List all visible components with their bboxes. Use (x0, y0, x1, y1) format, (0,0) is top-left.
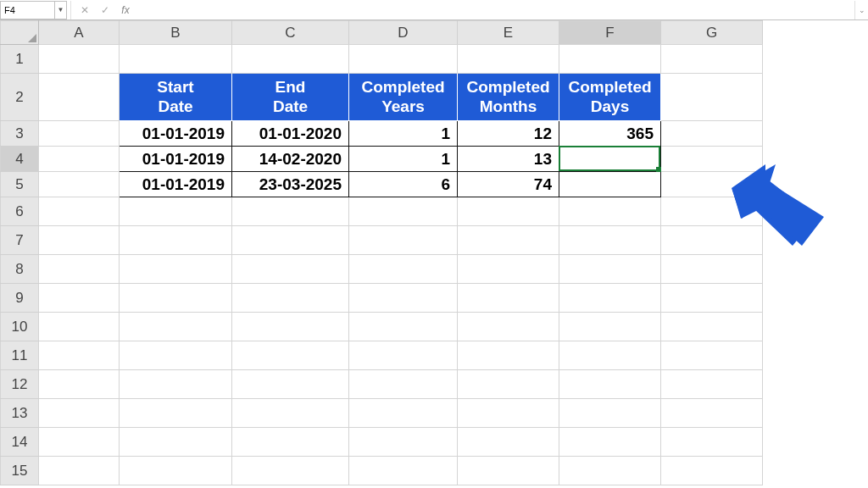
row-header[interactable]: 14 (1, 428, 39, 457)
cell[interactable] (559, 197, 661, 226)
cell[interactable] (661, 399, 763, 428)
cell[interactable] (39, 147, 120, 172)
cell[interactable] (232, 197, 349, 226)
cell[interactable] (349, 457, 458, 485)
cell[interactable] (120, 370, 232, 399)
cell[interactable]: 01-01-2019 (120, 147, 232, 172)
row-header[interactable]: 15 (1, 457, 39, 485)
cell[interactable] (458, 45, 559, 74)
cell[interactable] (39, 399, 120, 428)
col-header[interactable]: F (559, 21, 661, 45)
cell[interactable] (458, 284, 559, 313)
cell[interactable] (349, 284, 458, 313)
cell[interactable] (559, 45, 661, 74)
cell[interactable] (458, 226, 559, 255)
cell[interactable]: 14-02-2020 (232, 147, 349, 172)
cell[interactable]: 13 (458, 147, 559, 172)
row-header[interactable]: 5 (1, 172, 39, 197)
cell[interactable] (39, 197, 120, 226)
cell[interactable] (559, 255, 661, 284)
cell[interactable] (458, 313, 559, 341)
col-header[interactable]: A (39, 21, 120, 45)
cell[interactable] (458, 255, 559, 284)
row-header[interactable]: 7 (1, 226, 39, 255)
header-completed-days[interactable]: Completed Days (559, 74, 661, 121)
cell[interactable] (39, 284, 120, 313)
cell[interactable] (458, 341, 559, 370)
cell[interactable] (559, 457, 661, 485)
col-header[interactable]: C (232, 21, 349, 45)
insert-function-button[interactable]: fx (115, 1, 136, 19)
cell[interactable] (349, 226, 458, 255)
cell[interactable] (458, 399, 559, 428)
formula-input[interactable] (136, 1, 854, 19)
row-header[interactable]: 4 (1, 147, 39, 172)
cell[interactable] (661, 341, 763, 370)
cell[interactable] (559, 313, 661, 341)
cell[interactable] (661, 226, 763, 255)
header-completed-months[interactable]: Completed Months (458, 74, 559, 121)
row-header[interactable]: 1 (1, 45, 39, 74)
cell[interactable] (458, 370, 559, 399)
row-header[interactable]: 3 (1, 121, 39, 147)
cell[interactable] (232, 255, 349, 284)
col-header[interactable]: E (458, 21, 559, 45)
cell[interactable] (120, 341, 232, 370)
cell[interactable] (661, 197, 763, 226)
cell[interactable] (559, 226, 661, 255)
cell[interactable] (232, 284, 349, 313)
expand-formula-bar[interactable]: ⌄ (854, 1, 868, 19)
col-header[interactable]: G (661, 21, 763, 45)
cell[interactable] (39, 255, 120, 284)
col-header[interactable]: B (120, 21, 232, 45)
cell[interactable] (661, 370, 763, 399)
row-header[interactable]: 2 (1, 74, 39, 121)
cell[interactable] (120, 226, 232, 255)
cell[interactable]: 6 (349, 172, 458, 197)
cell[interactable] (661, 428, 763, 457)
cell[interactable] (661, 172, 763, 197)
cell[interactable] (349, 255, 458, 284)
cell[interactable] (232, 45, 349, 74)
cell[interactable] (458, 428, 559, 457)
cell[interactable] (39, 74, 120, 121)
cell[interactable] (661, 255, 763, 284)
cell[interactable] (120, 45, 232, 74)
cell[interactable] (559, 284, 661, 313)
cell[interactable] (661, 45, 763, 74)
cell[interactable]: 74 (458, 172, 559, 197)
cell[interactable] (349, 197, 458, 226)
row-header[interactable]: 12 (1, 370, 39, 399)
cell[interactable]: 01-01-2019 (120, 121, 232, 147)
cell[interactable] (39, 428, 120, 457)
cell[interactable] (39, 341, 120, 370)
cancel-formula-button[interactable]: ✕ (75, 1, 95, 19)
cell[interactable]: 01-01-2019 (120, 172, 232, 197)
cell-F4[interactable] (559, 147, 661, 172)
col-header[interactable]: D (349, 21, 458, 45)
cell[interactable] (120, 399, 232, 428)
cell[interactable] (349, 313, 458, 341)
row-header[interactable]: 9 (1, 284, 39, 313)
cell[interactable] (120, 313, 232, 341)
cell[interactable] (559, 399, 661, 428)
cell[interactable]: 01-01-2020 (232, 121, 349, 147)
name-box[interactable]: F4 (0, 1, 55, 19)
cell[interactable] (232, 370, 349, 399)
cell[interactable] (349, 45, 458, 74)
cell[interactable] (232, 226, 349, 255)
cell[interactable] (559, 370, 661, 399)
cell[interactable] (39, 313, 120, 341)
cell[interactable] (39, 45, 120, 74)
cell[interactable]: 12 (458, 121, 559, 147)
cell[interactable] (661, 313, 763, 341)
row-header[interactable]: 10 (1, 313, 39, 341)
cell[interactable] (232, 341, 349, 370)
cell[interactable] (232, 428, 349, 457)
cell[interactable] (120, 428, 232, 457)
cell[interactable] (39, 457, 120, 485)
cell[interactable] (120, 255, 232, 284)
cell[interactable] (120, 197, 232, 226)
cell[interactable] (232, 399, 349, 428)
header-completed-years[interactable]: Completed Years (349, 74, 458, 121)
